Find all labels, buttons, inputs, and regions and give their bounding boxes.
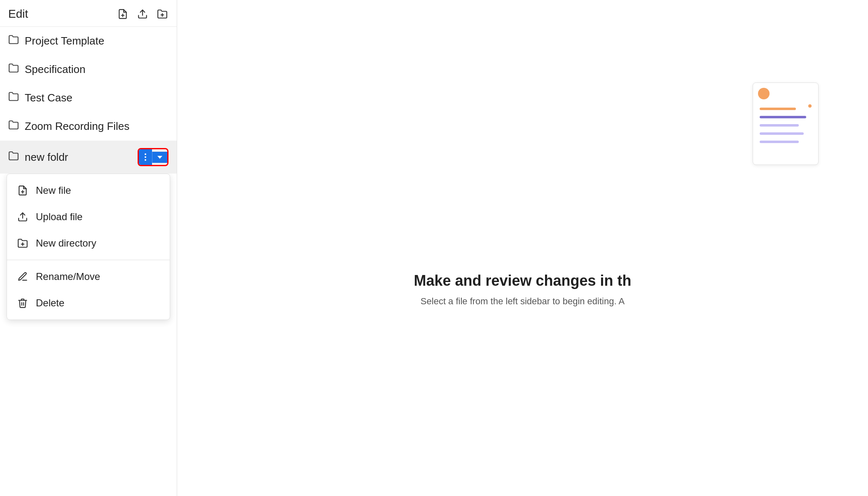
folder-label: Test Case [25, 92, 168, 104]
sidebar-item-project-template[interactable]: Project Template [0, 27, 177, 55]
main-subtext: Select a file from the left sidebar to b… [414, 296, 631, 307]
rename-icon [17, 271, 28, 282]
chevron-button[interactable] [152, 152, 167, 163]
new-directory-icon [17, 237, 28, 249]
dropdown-item-label: New directory [36, 237, 96, 249]
folder-icon [8, 34, 19, 48]
folder-icon [8, 91, 19, 105]
sidebar-item-new-foldr[interactable]: new foldr [0, 141, 177, 174]
folder-list: Project Template Specification Test Case [0, 27, 177, 496]
dots-icon [145, 153, 146, 161]
sidebar: Edit [0, 0, 177, 496]
dropdown-item-delete[interactable]: Delete [7, 290, 170, 316]
illustration-line-orange [760, 108, 796, 110]
dots-button[interactable] [139, 149, 152, 165]
folder-label: new foldr [25, 151, 132, 164]
folder-actions-button[interactable] [138, 148, 168, 166]
dropdown-item-label: Upload file [36, 211, 82, 223]
new-directory-header-icon[interactable] [156, 8, 168, 20]
illustration [753, 82, 835, 173]
dropdown-item-label: Rename/Move [36, 271, 100, 282]
main-text-area: Make and review changes in th Select a f… [414, 272, 631, 307]
sidebar-title: Edit [8, 7, 28, 21]
dropdown-item-new-file[interactable]: New file [7, 177, 170, 204]
folder-icon [8, 63, 19, 76]
illustration-line-purple-short-2 [760, 141, 799, 143]
main-content: Make and review changes in th Select a f… [177, 0, 868, 496]
illustration-line-purple-short [760, 124, 799, 127]
sidebar-header-icons [117, 8, 168, 20]
dropdown-section-2: Rename/Move Delete [7, 260, 170, 320]
folder-label: Specification [25, 63, 168, 76]
sidebar-item-zoom-recording-files[interactable]: Zoom Recording Files [0, 112, 177, 141]
new-file-header-icon[interactable] [117, 8, 129, 20]
folder-icon [8, 120, 19, 133]
folder-icon [8, 150, 19, 164]
dropdown-menu: New file Upload file [7, 174, 170, 320]
dropdown-section-1: New file Upload file [7, 174, 170, 260]
dropdown-item-new-directory[interactable]: New directory [7, 230, 170, 256]
illustration-dot [808, 104, 812, 108]
dropdown-item-upload-file[interactable]: Upload file [7, 204, 170, 230]
new-file-icon [17, 185, 28, 196]
upload-file-icon [17, 211, 28, 223]
upload-header-icon[interactable] [136, 8, 149, 20]
dropdown-item-label: New file [36, 185, 71, 196]
dropdown-item-label: Delete [36, 297, 64, 309]
illustration-card [753, 82, 819, 165]
folder-label: Zoom Recording Files [25, 120, 168, 133]
illustration-avatar [758, 88, 770, 99]
folder-label: Project Template [25, 35, 168, 47]
delete-icon [17, 297, 28, 309]
sidebar-item-test-case[interactable]: Test Case [0, 84, 177, 112]
main-heading: Make and review changes in th [414, 272, 631, 289]
sidebar-item-specification[interactable]: Specification [0, 55, 177, 84]
illustration-line-purple-long [760, 116, 806, 118]
chevron-down-icon [157, 156, 162, 159]
illustration-line-purple-med [760, 132, 804, 135]
sidebar-header: Edit [0, 0, 177, 27]
dropdown-item-rename-move[interactable]: Rename/Move [7, 263, 170, 290]
